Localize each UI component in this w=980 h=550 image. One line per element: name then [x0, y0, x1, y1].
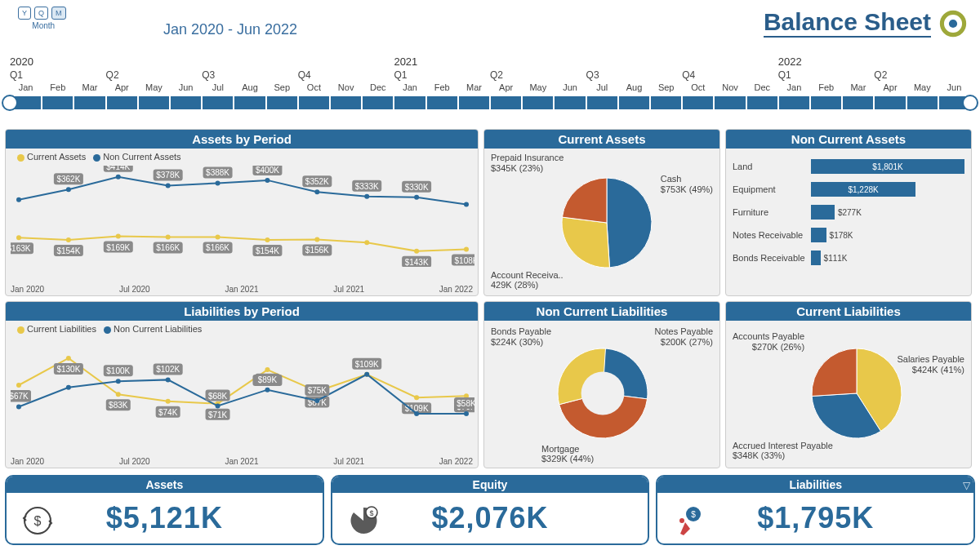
timeline-segment[interactable]: [490, 95, 522, 110]
timeline-month[interactable]: May: [906, 82, 938, 92]
axis-tick: Jul 2020: [119, 457, 150, 466]
timeline-handle-right[interactable]: [962, 95, 978, 111]
timeline-month[interactable]: Oct: [682, 82, 714, 92]
timeline-month[interactable]: Nov: [714, 82, 746, 92]
timeline-segment[interactable]: [394, 95, 425, 110]
timeline-month[interactable]: Jan: [778, 82, 810, 92]
timeline-slicer[interactable]: 202020212022 Q1Q2Q3Q4Q1Q2Q3Q4Q1Q2 JanFeb…: [10, 55, 970, 110]
timeline-month[interactable]: Jul: [202, 82, 234, 92]
timeline-month[interactable]: Mar: [842, 82, 874, 92]
line-chart[interactable]: $95K$130K$83K$74K$71K$115K$87K$109K$79K$…: [11, 338, 474, 439]
timeline-segment[interactable]: [778, 95, 810, 110]
timeline-month[interactable]: Aug: [618, 82, 650, 92]
slice-label: Notes Payable$200K (27%): [654, 326, 713, 347]
timeline-quarter: Q2: [874, 69, 970, 81]
timeline-segment[interactable]: [874, 95, 906, 110]
timeline-segment[interactable]: [138, 95, 170, 110]
timeline-handle-left[interactable]: [2, 95, 18, 111]
timeline-segment[interactable]: [202, 95, 234, 110]
timeline-month[interactable]: Jun: [938, 82, 970, 92]
granularity-label: Month: [18, 21, 69, 30]
timeline-segment[interactable]: [266, 95, 298, 110]
kpi-title: Assets: [7, 477, 323, 493]
svg-point-91: [265, 388, 270, 393]
timeline-segment[interactable]: [426, 95, 458, 110]
timeline-month[interactable]: Jun: [554, 82, 586, 92]
filter-icon[interactable]: ▽: [963, 480, 970, 491]
timeline-month[interactable]: Feb: [426, 82, 458, 92]
legend: Current Assets Non Current Assets: [6, 149, 478, 165]
timeline-month[interactable]: Feb: [810, 82, 842, 92]
timeline-segment[interactable]: [714, 95, 746, 110]
timeline-month[interactable]: Apr: [106, 82, 138, 92]
timeline-month[interactable]: Mar: [458, 82, 490, 92]
timeline-month[interactable]: Jun: [170, 82, 202, 92]
slice-label: Accounts Payable$270K (26%): [733, 331, 804, 352]
timeline-segment[interactable]: [362, 95, 394, 110]
svg-point-11: [464, 247, 469, 252]
timeline-segment[interactable]: [810, 95, 842, 110]
granularity-year[interactable]: Y: [18, 7, 31, 20]
timeline-quarter: Q3: [202, 69, 298, 81]
timeline-segment[interactable]: [170, 95, 202, 110]
timeline-month[interactable]: Oct: [298, 82, 330, 92]
timeline-segment[interactable]: [906, 95, 938, 110]
timeline-month[interactable]: Apr: [490, 82, 522, 92]
timeline-month[interactable]: Mar: [74, 82, 105, 92]
bar[interactable]: $1,801K: [811, 159, 964, 174]
bar[interactable]: [811, 251, 821, 265]
kpi-value: $1,795K: [757, 501, 874, 535]
svg-point-86: [16, 404, 21, 409]
timeline-month[interactable]: Dec: [362, 82, 394, 92]
granularity-month[interactable]: M: [51, 7, 66, 20]
svg-point-9: [364, 240, 369, 245]
timeline-month[interactable]: Jul: [586, 82, 618, 92]
svg-text:$102K: $102K: [156, 365, 180, 374]
timeline-segment[interactable]: [42, 95, 74, 110]
brand-logo-icon: [939, 10, 967, 38]
timeline-month[interactable]: Sep: [266, 82, 298, 92]
timeline-segment[interactable]: [522, 95, 554, 110]
granularity-quarter[interactable]: Q: [34, 7, 48, 20]
timeline-month[interactable]: Aug: [234, 82, 265, 92]
bar[interactable]: [811, 228, 826, 242]
timeline-month[interactable]: Jan: [394, 82, 425, 92]
legend-dot-icon: [104, 326, 111, 334]
bar[interactable]: $1,228K: [811, 182, 915, 197]
timeline-segment[interactable]: [330, 95, 362, 110]
svg-point-93: [364, 372, 369, 377]
timeline-month[interactable]: May: [138, 82, 170, 92]
svg-text:$67K: $67K: [11, 392, 29, 401]
timeline-segment[interactable]: [842, 95, 874, 110]
svg-point-39: [464, 202, 469, 207]
bar-chart[interactable]: Land $1,801K Equipment $1,228K Furniture…: [726, 149, 971, 273]
timeline-quarter: Q1: [778, 69, 875, 81]
timeline-segment[interactable]: [586, 95, 618, 110]
timeline-month[interactable]: Nov: [330, 82, 362, 92]
granularity-toggle[interactable]: YQM Month: [18, 7, 69, 30]
svg-point-87: [66, 385, 71, 390]
timeline-month[interactable]: Jan: [10, 82, 42, 92]
timeline-segment[interactable]: [298, 95, 330, 110]
timeline-month[interactable]: Feb: [42, 82, 74, 92]
timeline-segment[interactable]: [650, 95, 682, 110]
timeline-segment[interactable]: [618, 95, 650, 110]
timeline-month[interactable]: May: [522, 82, 554, 92]
timeline-segment[interactable]: [554, 95, 586, 110]
timeline-segment[interactable]: [746, 95, 778, 110]
line-chart[interactable]: $163K$154K$169K$166K$166K$154K$156K$143K…: [11, 166, 474, 267]
legend-dot-icon: [17, 154, 24, 162]
timeline-segment[interactable]: [458, 95, 490, 110]
timeline-month[interactable]: Apr: [874, 82, 906, 92]
svg-text:$156K: $156K: [305, 246, 329, 255]
svg-point-119: [679, 518, 684, 523]
bar-row: Notes Receivable $178K: [733, 225, 964, 245]
timeline-segment[interactable]: [106, 95, 138, 110]
bar[interactable]: [811, 205, 835, 220]
timeline-month[interactable]: Sep: [650, 82, 682, 92]
kpi-value: $2,076K: [431, 501, 548, 535]
timeline-segment[interactable]: [682, 95, 714, 110]
timeline-segment[interactable]: [234, 95, 265, 110]
timeline-segment[interactable]: [74, 95, 105, 110]
timeline-month[interactable]: Dec: [746, 82, 778, 92]
